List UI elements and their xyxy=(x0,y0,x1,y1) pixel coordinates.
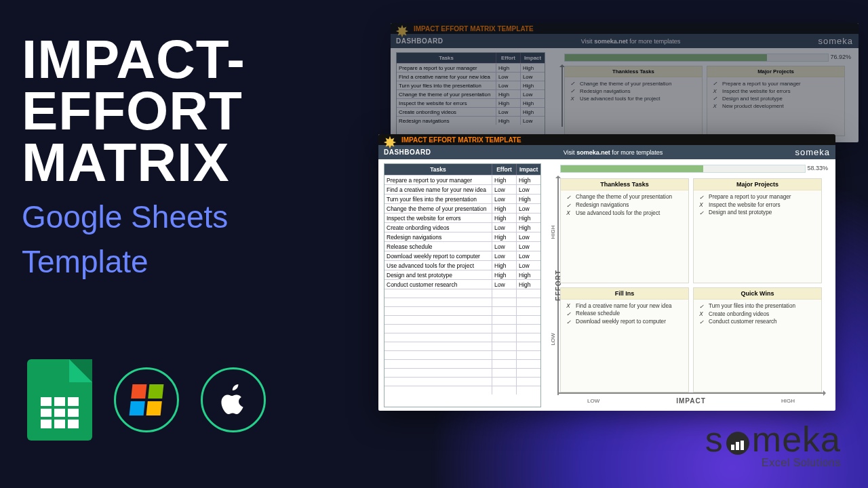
axis-x: LOW IMPACT HIGH xyxy=(560,394,822,407)
progress-bar-back: 76.92% xyxy=(564,54,829,62)
fleur-icon xyxy=(382,135,397,150)
list-item: ✓Download weekly report to computer xyxy=(565,318,684,326)
axis-low-y: LOW xyxy=(550,333,556,345)
table-row[interactable]: Release scheduleLowLow xyxy=(384,241,540,251)
list-item: ✓Design and test prototype xyxy=(698,209,817,217)
table-row[interactable]: Download weekly report to computerLowLow xyxy=(384,251,540,260)
table-row-empty[interactable] xyxy=(384,315,540,324)
table-row-empty[interactable] xyxy=(384,377,540,386)
table-row[interactable]: Conduct customer researchLowHigh xyxy=(384,279,540,289)
progress-bar: 58.33% xyxy=(560,165,806,173)
template-title-back: IMPACT EFFORT MATRIX TEMPLATE xyxy=(414,25,534,33)
axis-y: HIGH EFFORT LOW xyxy=(547,178,559,392)
apple-icon xyxy=(201,367,266,432)
quad-fillins: Fill Ins XFind a creative name for your … xyxy=(560,287,689,392)
quad-quickwins: Quick Wins ✓Turn your files into the pre… xyxy=(693,287,822,392)
someka-logo-mini: someka xyxy=(795,147,830,157)
table-row-empty[interactable] xyxy=(384,386,540,394)
table-row-empty[interactable] xyxy=(384,342,540,350)
table-row-empty[interactable] xyxy=(384,359,540,368)
axis-high-y: HIGH xyxy=(550,225,556,239)
list-item: ✓Prepare a report to your manager xyxy=(698,193,817,201)
matrix-area: 58.33% HIGH EFFORT LOW Thankless Tasks ✓… xyxy=(548,163,830,407)
windows-icon xyxy=(114,367,179,432)
quad-thankless-back: Thankless Tasks ✓Change the theme of you… xyxy=(564,66,703,136)
fleur-icon xyxy=(395,24,410,39)
table-row[interactable]: Prepare a report to your managerHighHigh xyxy=(397,63,545,72)
title-line-2: EFFORT xyxy=(22,85,245,137)
quad-major: Major Projects ✓Prepare a report to your… xyxy=(693,178,822,283)
subtitle-line-2: Template xyxy=(22,245,245,278)
list-item: XNew product development xyxy=(711,102,840,110)
subtitle-line-1: Google Sheets xyxy=(22,201,245,233)
table-row-empty[interactable] xyxy=(384,333,540,342)
task-table-back: Tasks Effort Impact Prepare a report to … xyxy=(396,52,545,139)
table-row-empty[interactable] xyxy=(384,350,540,359)
col-tasks: Tasks xyxy=(384,164,492,175)
headline: IMPACT- EFFORT MATRIX Google Sheets Temp… xyxy=(22,34,245,279)
list-item: ✓Turn your files into the presentation xyxy=(698,302,817,310)
table-row[interactable]: Turn your files into the presentationLow… xyxy=(384,194,540,203)
progress-value: 58.33% xyxy=(807,165,828,171)
table-row[interactable]: Inspect the website for errorsHighHigh xyxy=(397,98,545,107)
visit-text: Visit someka.net for more templates xyxy=(564,149,663,156)
list-item: ✓Redesign navigations xyxy=(569,87,698,95)
brand-block: smeka Excel Solutions xyxy=(705,419,841,469)
list-item: ✓Change the theme of your presentation xyxy=(569,80,698,87)
task-table[interactable]: Tasks Effort Impact Prepare a report to … xyxy=(384,163,541,407)
visit-text-back: Visit someka.net for more templates xyxy=(581,38,680,45)
list-item: ✓Change the theme of your presentation xyxy=(565,193,684,201)
axis-low-x: LOW xyxy=(587,398,599,404)
title-line-1: IMPACT- xyxy=(22,34,245,85)
list-item: XInspect the website for errors xyxy=(711,87,840,95)
table-row[interactable]: Create onbording videosLowHigh xyxy=(397,107,545,116)
list-item: ✓Prepare a report to your manager xyxy=(711,80,840,87)
template-screenshot-front: IMPACT EFFORT MATRIX TEMPLATE DASHBOARD … xyxy=(378,134,835,411)
template-title: IMPACT EFFORT MATRIX TEMPLATE xyxy=(401,136,521,144)
list-item: XCreate onbording videos xyxy=(698,310,817,318)
table-row[interactable]: Redesign navigationsHighLow xyxy=(397,116,545,125)
table-row[interactable]: Use advanced tools for the projectHighLo… xyxy=(384,260,540,270)
progress-value-back: 76.92% xyxy=(830,54,851,60)
template-screenshot-back: IMPACT EFFORT MATRIX TEMPLATE DASHBOARD … xyxy=(391,23,859,142)
table-row[interactable]: Design and test prototypeHighHigh xyxy=(384,270,540,279)
table-row[interactable]: Change the theme of your presentationHig… xyxy=(384,203,540,213)
table-row-empty[interactable] xyxy=(384,289,540,298)
brand-tagline: Excel Solutions xyxy=(705,457,841,469)
table-row-empty[interactable] xyxy=(384,306,540,315)
col-impact: Impact xyxy=(516,164,540,175)
table-row[interactable]: Inspect the website for errorsHighHigh xyxy=(384,213,540,222)
google-sheets-icon xyxy=(27,359,92,441)
list-item: XInspect the website for errors xyxy=(698,201,817,209)
someka-logo-mini-back: someka xyxy=(818,36,853,46)
quad-major-back: Major Projects ✓Prepare a report to your… xyxy=(707,66,845,136)
brand-name: smeka xyxy=(705,419,841,460)
col-effort: Effort xyxy=(492,164,516,175)
list-item: ✓Release schedule xyxy=(565,310,684,318)
table-row[interactable]: Find a creative name for your new ideaLo… xyxy=(397,72,545,81)
axis-high-x: HIGH xyxy=(781,398,795,404)
axis-impact-label: IMPACT xyxy=(676,397,706,405)
table-row[interactable]: Turn your files into the presentationLow… xyxy=(397,81,545,89)
table-row-empty[interactable] xyxy=(384,298,540,306)
platform-icons xyxy=(27,359,266,441)
table-row[interactable]: Find a creative name for your new ideaLo… xyxy=(384,184,540,194)
list-item: XFind a creative name for your new idea xyxy=(565,302,684,310)
quad-thankless: Thankless Tasks ✓Change the theme of you… xyxy=(560,178,689,283)
title-line-3: MATRIX xyxy=(22,137,245,188)
list-item: XUse advanced tools for the project xyxy=(565,209,684,217)
list-item: XUse advanced tools for the project xyxy=(569,95,698,102)
list-item: ✓Redesign navigations xyxy=(565,201,684,209)
list-item: ✓Design and test prototype xyxy=(711,95,840,102)
table-row[interactable]: Create onbording videosLowHigh xyxy=(384,222,540,232)
table-row[interactable]: Redesign navigationsHighLow xyxy=(384,232,540,241)
table-row[interactable]: Change the theme of your presentationHig… xyxy=(397,89,545,98)
brand-dot-icon xyxy=(726,432,749,455)
list-item: ✓Conduct customer research xyxy=(698,318,817,326)
table-row[interactable]: Prepare a report to your managerHighHigh xyxy=(384,175,540,184)
table-row-empty[interactable] xyxy=(384,368,540,377)
table-row-empty[interactable] xyxy=(384,324,540,333)
